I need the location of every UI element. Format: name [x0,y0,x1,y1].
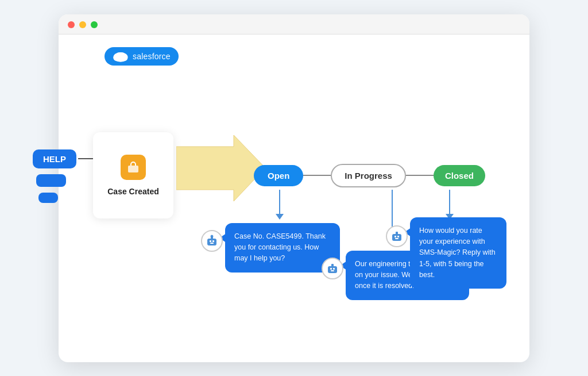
big-arrow [176,135,265,201]
browser-window: salesforce HELP [59,14,529,362]
case-icon [121,155,146,180]
svg-rect-20 [397,236,399,237]
salesforce-logo: salesforce [105,47,179,66]
svg-marker-6 [176,135,265,201]
arrow-closed-down [446,190,454,220]
browser-titlebar [59,14,529,34]
connector-inprogress-closed [406,175,434,176]
svg-rect-13 [328,266,337,273]
svg-rect-21 [395,238,399,239]
bot-avatar-open [201,230,223,252]
help-area: HELP [33,149,76,203]
svg-rect-10 [210,243,214,244]
close-button[interactable] [68,21,75,28]
status-open: Open [254,165,303,186]
svg-rect-15 [333,268,335,270]
maximize-button[interactable] [91,21,98,28]
svg-rect-9 [212,240,214,242]
svg-rect-22 [396,232,398,235]
small-bubble-2 [38,193,58,203]
browser-body: salesforce HELP [59,34,529,362]
connector-open-inprogress [303,175,331,176]
status-in-progress: In Progress [331,164,406,187]
arrow-open-down [276,190,284,220]
case-created-card: Case Created [93,132,173,218]
svg-rect-17 [331,264,334,267]
small-bubble-1 [36,174,66,187]
svg-rect-5 [128,166,138,172]
status-row: Open In Progress Closed [254,164,485,187]
svg-rect-18 [392,234,401,241]
case-created-label: Case Created [107,187,159,196]
svg-rect-16 [331,270,334,271]
status-closed: Closed [434,165,485,186]
svg-rect-8 [210,240,211,242]
svg-rect-19 [394,236,396,237]
bot-avatar-closed [386,225,408,247]
bot-avatar-inprogress [322,258,343,279]
svg-point-3 [115,52,126,60]
svg-rect-7 [207,239,216,245]
svg-rect-14 [330,268,332,270]
minimize-button[interactable] [79,21,86,28]
help-bubble: HELP [33,149,76,168]
salesforce-text: salesforce [133,52,171,61]
diagram: HELP [82,98,506,339]
closed-chat-bubble: How would you rate your experience with … [410,217,506,289]
svg-point-12 [211,235,213,237]
